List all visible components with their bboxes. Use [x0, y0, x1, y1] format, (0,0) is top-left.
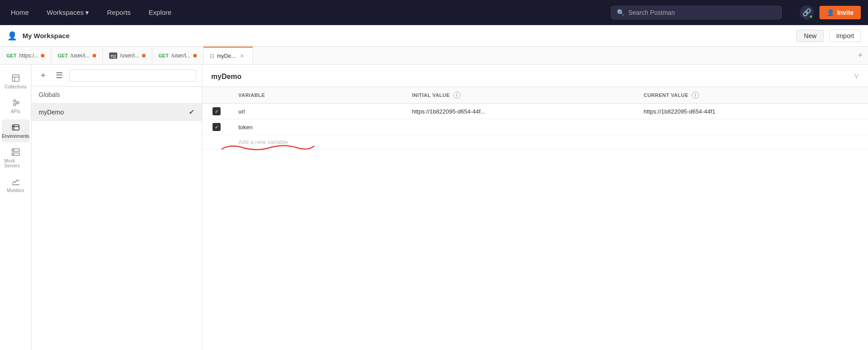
tab-label-3: /user/i... [120, 52, 139, 59]
svg-point-14 [13, 154, 14, 155]
nav-reports[interactable]: Reports [103, 6, 134, 19]
tab-close-5[interactable]: ✕ [238, 52, 246, 60]
svg-point-13 [13, 150, 14, 151]
tab-bar: GET https:/... GET /user/i... eg /user/i… [0, 47, 868, 65]
tab-4[interactable]: GET /user/l... [152, 47, 204, 64]
sidebar-item-apis[interactable]: APIs [2, 95, 30, 118]
agent-button[interactable]: 🔗 [800, 5, 814, 20]
tab-method-4: GET [159, 53, 169, 58]
fork-icon[interactable]: ⑂ [854, 72, 859, 81]
top-nav: Home Workspaces ▾ Reports Explore 🔍 Sear… [0, 0, 868, 25]
row-2-variable[interactable]: token [231, 119, 405, 135]
env-panel-header: + ☰ [31, 65, 202, 87]
tab-label-2: /user/i... [71, 52, 90, 59]
tab-dot-3 [142, 54, 146, 57]
svg-rect-15 [12, 184, 19, 185]
current-value-info-icon[interactable]: i [692, 92, 699, 99]
search-placeholder: Search Postman [628, 9, 675, 16]
col-initial-value: INITIAL VALUE i [405, 87, 636, 104]
sidebar-monitors-label: Monitors [7, 188, 24, 193]
red-underline-annotation [217, 142, 316, 153]
table-row: url https://1b822095-d654-44f... https:/… [202, 104, 868, 119]
svg-line-6 [16, 101, 17, 102]
env-globals-label: Globals [39, 91, 195, 98]
env-item-globals[interactable]: Globals [31, 87, 202, 103]
svg-line-7 [16, 103, 17, 105]
content-actions: ⑂ [854, 72, 859, 81]
tab-3[interactable]: eg /user/i... [103, 47, 152, 64]
monitors-icon [11, 177, 20, 186]
main-content: myDemo ⑂ VARIABLE INITIAL VALUE i [202, 65, 868, 350]
add-variable-field[interactable]: Add a new variable [231, 135, 405, 149]
nav-right: 🔗 👤 Invite [800, 5, 861, 20]
sidebar-environments-label: Environments [2, 134, 29, 139]
variables-table: VARIABLE INITIAL VALUE i CURRENT VALUE i [202, 87, 868, 149]
environments-icon [11, 123, 20, 132]
tab-method-2: GET [58, 53, 68, 58]
nav-explore[interactable]: Explore [145, 6, 175, 19]
import-button[interactable]: Import [829, 30, 861, 42]
add-current-value-field[interactable] [636, 135, 868, 149]
row-1-variable[interactable]: url [231, 104, 405, 119]
tab-env-icon-3: eg [109, 52, 117, 59]
svg-rect-0 [12, 75, 19, 82]
tab-5[interactable]: ⊡ myDe... ✕ [204, 47, 253, 64]
workspace-bar: 👤 My Workspace New Import [0, 25, 868, 47]
svg-point-3 [13, 100, 16, 102]
col-current-value: CURRENT VALUE i [636, 87, 868, 104]
tab-label-1: https:/... [19, 52, 39, 59]
user-plus-icon: 👤 [827, 9, 834, 16]
collections-icon [11, 74, 20, 83]
svg-rect-8 [12, 125, 19, 130]
col-checkbox [202, 87, 231, 104]
add-variable-row[interactable]: Add a new variable [202, 135, 868, 149]
tab-label-4: /user/l... [171, 52, 190, 59]
sidebar-item-mock-servers[interactable]: Mock Servers [2, 144, 30, 172]
table-row: token [202, 119, 868, 135]
row-2-current-value[interactable] [636, 119, 868, 135]
filter-button[interactable]: ☰ [53, 69, 66, 82]
sidebar-item-collections[interactable]: Collections [2, 70, 30, 93]
sidebar-icons: Collections APIs Environments [0, 65, 31, 350]
environment-title: myDemo [211, 73, 242, 81]
content-header: myDemo ⑂ [202, 65, 868, 87]
tab-env-active-icon: ⊡ [210, 53, 214, 59]
chevron-down-icon: ▾ [85, 9, 89, 17]
nav-workspaces[interactable]: Workspaces ▾ [43, 6, 93, 19]
invite-button[interactable]: 👤 Invite [819, 6, 861, 19]
row-2-checkbox-cell [202, 119, 231, 135]
col-variable: VARIABLE [231, 87, 405, 104]
main-layout: Collections APIs Environments [0, 65, 868, 350]
row-1-checkbox[interactable] [213, 107, 221, 115]
mock-servers-icon [11, 148, 20, 157]
search-bar[interactable]: 🔍 Search Postman [611, 6, 782, 19]
add-env-button[interactable]: + [37, 69, 49, 82]
initial-value-info-icon[interactable]: i [453, 92, 461, 99]
nav-home[interactable]: Home [7, 6, 32, 19]
env-panel: + ☰ Globals myDemo ✔ [31, 65, 202, 350]
row-1-initial-value[interactable]: https://1b822095-d654-44f... [405, 104, 636, 119]
env-search-input[interactable] [69, 70, 196, 82]
row-1-checkbox-cell [202, 104, 231, 119]
svg-point-4 [13, 104, 16, 106]
sidebar-apis-label: APIs [11, 109, 20, 114]
tab-label-5: myDe... [217, 53, 235, 59]
row-2-initial-value[interactable] [405, 119, 636, 135]
row-1-current-value[interactable]: https://1b822095-d654-44f1 [636, 104, 868, 119]
tab-dot-2 [93, 54, 96, 57]
sidebar-item-monitors[interactable]: Monitors [2, 174, 30, 197]
add-initial-value-field[interactable] [405, 135, 636, 149]
search-icon: 🔍 [617, 9, 624, 16]
row-2-checkbox[interactable] [213, 123, 221, 131]
sidebar-mock-label: Mock Servers [4, 158, 27, 168]
env-item-myDemo[interactable]: myDemo ✔ [31, 103, 202, 121]
sidebar-item-environments[interactable]: Environments [2, 119, 30, 142]
tab-2[interactable]: GET /user/i... [51, 47, 102, 64]
svg-point-5 [17, 102, 19, 104]
tab-1[interactable]: GET https:/... [0, 47, 51, 64]
tab-method-1: GET [6, 53, 17, 58]
tab-dot-4 [193, 54, 197, 57]
new-button[interactable]: New [796, 30, 824, 42]
tab-add-button[interactable]: + [852, 51, 868, 60]
env-myDemo-label: myDemo [39, 109, 189, 116]
